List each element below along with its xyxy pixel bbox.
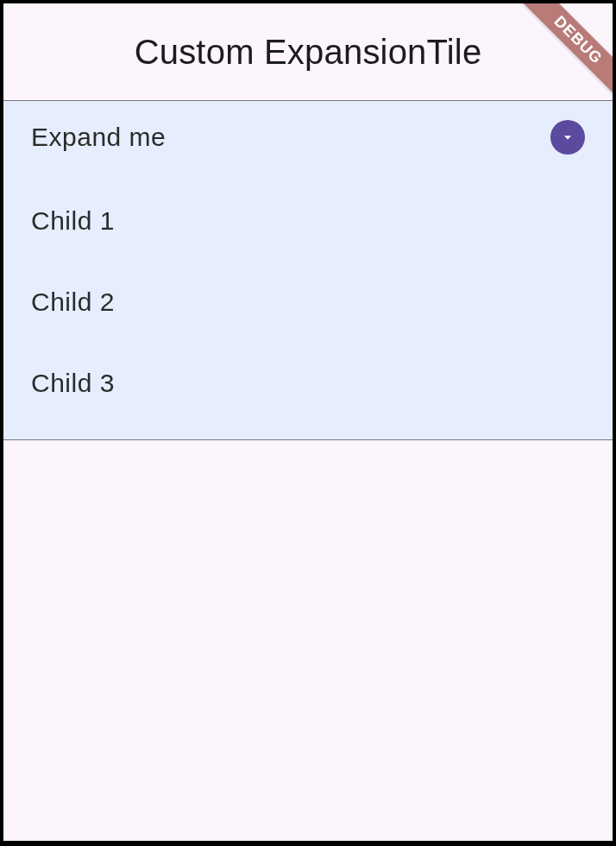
expansion-tile-children: Child 1 Child 2 Child 3 [3, 174, 613, 439]
list-item[interactable]: Child 3 [3, 343, 613, 424]
expansion-tile-title: Expand me [31, 123, 166, 152]
app-bar: Custom ExpansionTile [3, 3, 613, 100]
app-window: Custom ExpansionTile DEBUG Expand me Chi… [3, 3, 613, 841]
expansion-tile: Expand me Child 1 Child 2 Child 3 [3, 100, 613, 440]
arrow-drop-down-icon[interactable] [550, 120, 585, 155]
page-title: Custom ExpansionTile [135, 33, 482, 72]
expansion-tile-header[interactable]: Expand me [3, 101, 613, 174]
list-item[interactable]: Child 1 [3, 180, 613, 262]
list-item[interactable]: Child 2 [3, 262, 613, 343]
